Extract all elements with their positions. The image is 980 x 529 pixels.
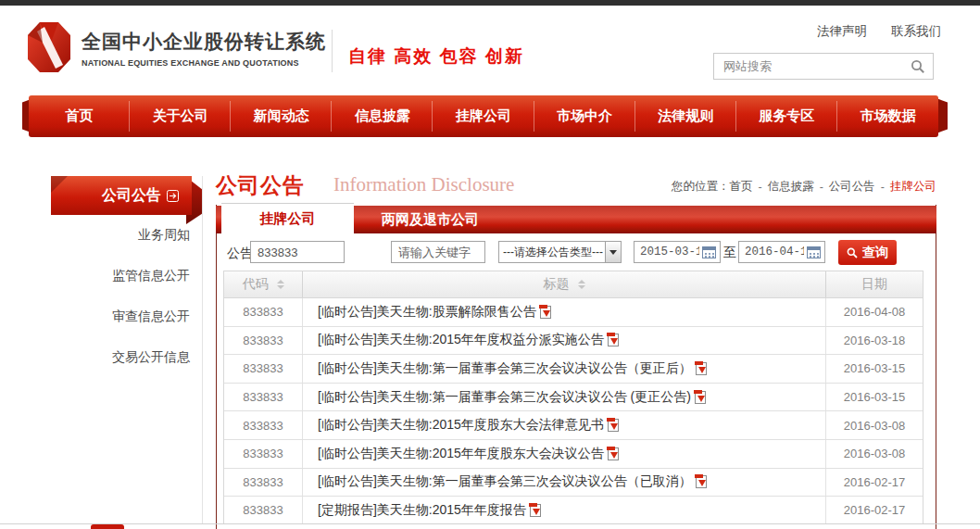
cell-date: 2016-03-18 bbox=[826, 327, 923, 355]
pdf-icon[interactable] bbox=[530, 504, 541, 517]
nav-item-信息披露[interactable]: 信息披露 bbox=[332, 95, 433, 137]
table-row: 833833[临时公告]美天生物:第一届董事会第三次会议决议公告（已取消）201… bbox=[224, 469, 923, 498]
pdf-icon[interactable] bbox=[696, 362, 707, 375]
cell-code: 833833 bbox=[224, 497, 303, 524]
site-search-input[interactable] bbox=[714, 59, 903, 73]
pdf-icon[interactable] bbox=[608, 447, 619, 460]
announcement-type-select[interactable]: ---请选择公告类型--- bbox=[498, 241, 622, 263]
nav-item-市场数据[interactable]: 市场数据 bbox=[837, 95, 938, 137]
breadcrumb-link[interactable]: 信息披露 bbox=[768, 179, 814, 195]
breadcrumb-separator: - bbox=[820, 181, 823, 194]
cell-code: 833833 bbox=[224, 298, 303, 326]
sidebar-divider bbox=[202, 176, 203, 524]
breadcrumb: 您的位置：首页-信息披露-公司公告-挂牌公司 bbox=[672, 179, 936, 195]
cell-date: 2016-03-15 bbox=[826, 384, 923, 411]
select-value: ---请选择公告类型--- bbox=[499, 245, 605, 260]
date-from-field bbox=[634, 241, 721, 263]
cell-date: 2016-03-08 bbox=[826, 440, 923, 468]
cell-title: [定期报告]美天生物:2015年年度报告 bbox=[303, 497, 826, 524]
sort-icon[interactable] bbox=[277, 280, 284, 289]
cell-code: 833833 bbox=[224, 411, 303, 439]
column-header-date: 日期 bbox=[826, 271, 923, 297]
stock-code-input[interactable] bbox=[250, 241, 345, 263]
tab-delisted-companies[interactable]: 两网及退市公司 bbox=[354, 206, 507, 233]
announcement-title-link[interactable]: [定期报告]美天生物:2015年年度报告 bbox=[318, 502, 526, 519]
nav-item-关于公司[interactable]: 关于公司 bbox=[130, 95, 231, 137]
cell-code: 833833 bbox=[224, 384, 303, 411]
breadcrumb-link[interactable]: 公司公告 bbox=[829, 179, 875, 195]
cell-code: 833833 bbox=[224, 469, 303, 497]
tab-listed-companies[interactable]: 挂牌公司 bbox=[221, 203, 354, 233]
site-search-box bbox=[713, 53, 934, 80]
cell-date: 2016-03-08 bbox=[826, 411, 923, 439]
nav-item-服务专区[interactable]: 服务专区 bbox=[736, 95, 837, 137]
sidebar-item[interactable]: 审查信息公开 bbox=[112, 309, 190, 325]
table-row: 833833[临时公告]美天生物:第一届董事会第三次会议决议公告（更正后）201… bbox=[224, 355, 923, 384]
logo-title-cn: 全国中小企业股份转让系统 bbox=[82, 29, 326, 55]
breadcrumb-current[interactable]: 挂牌公司 bbox=[890, 179, 936, 195]
pdf-icon[interactable] bbox=[608, 419, 619, 432]
pdf-icon[interactable] bbox=[540, 306, 551, 319]
sidebar-ribbon-partial bbox=[91, 524, 124, 529]
sidebar-item-company-announcements[interactable]: 公司公告 bbox=[51, 176, 192, 215]
nav-item-首页[interactable]: 首页 bbox=[29, 95, 130, 137]
sidebar-active-label: 公司公告 bbox=[102, 186, 161, 206]
announcement-title-link[interactable]: [临时公告]美天生物:第一届董事会第三次会议决议公告 (更正公告) bbox=[318, 389, 691, 406]
pdf-icon[interactable] bbox=[696, 475, 707, 488]
nav-item-新闻动态[interactable]: 新闻动态 bbox=[231, 95, 332, 137]
date-to-input[interactable] bbox=[745, 246, 804, 258]
date-to-field bbox=[738, 241, 825, 263]
nav-item-挂牌公司[interactable]: 挂牌公司 bbox=[433, 95, 534, 137]
cell-date: 2016-02-17 bbox=[826, 469, 923, 497]
announcement-title-link[interactable]: [临时公告]美天生物:股票解除限售公告 bbox=[318, 304, 536, 321]
nav-item-法律规则[interactable]: 法律规则 bbox=[635, 95, 736, 137]
cell-title: [临时公告]美天生物:第一届董事会第三次会议决议公告（已取消） bbox=[303, 469, 826, 497]
announcement-title-link[interactable]: [临时公告]美天生物:2015年年度股东大会决议公告 bbox=[318, 446, 604, 462]
sidebar-item[interactable]: 交易公开信息 bbox=[112, 349, 190, 366]
table-row: 833833[临时公告]美天生物:2015年年度股东大会决议公告2016-03-… bbox=[224, 440, 923, 469]
announcement-title-link[interactable]: [临时公告]美天生物:2015年度股东大会法律意见书 bbox=[318, 417, 604, 434]
sidebar-item[interactable]: 监管信息公开 bbox=[112, 268, 190, 284]
page: 全国中小企业股份转让系统 NATIONAL EQUITIES EXCHANGE … bbox=[0, 0, 980, 529]
cell-title: [临时公告]美天生物:第一届董事会第三次会议决议公告 (更正公告) bbox=[303, 384, 826, 411]
cell-title: [临时公告]美天生物:2015年年度股东大会决议公告 bbox=[303, 440, 826, 468]
search-icon[interactable] bbox=[903, 54, 933, 79]
cell-date: 2016-02-17 bbox=[826, 497, 923, 524]
breadcrumb-separator: - bbox=[758, 181, 761, 194]
sidebar-menu: 业务周知监管信息公开审查信息公开交易公开信息 bbox=[51, 227, 190, 366]
header-links: 法律声明 联系我们 bbox=[817, 23, 941, 40]
cell-date: 2016-03-15 bbox=[826, 355, 923, 383]
keyword-input[interactable] bbox=[391, 241, 485, 263]
neeq-logo-icon[interactable] bbox=[28, 22, 70, 72]
cell-code: 833833 bbox=[224, 440, 303, 468]
sort-icon[interactable] bbox=[578, 280, 585, 289]
breadcrumb-link[interactable]: 首页 bbox=[729, 179, 752, 195]
announcement-title-link[interactable]: [临时公告]美天生物:第一届董事会第三次会议决议公告（已取消） bbox=[318, 473, 692, 490]
announcement-title-link[interactable]: [临时公告]美天生物:2015年年度权益分派实施公告 bbox=[318, 332, 604, 348]
column-header-code[interactable]: 代码 bbox=[224, 271, 303, 297]
date-from-input[interactable] bbox=[640, 246, 699, 258]
cell-title: [临时公告]美天生物:股票解除限售公告 bbox=[303, 298, 826, 326]
sidebar-item[interactable]: 业务周知 bbox=[138, 227, 190, 244]
header-divider bbox=[332, 30, 333, 72]
chevron-down-icon[interactable] bbox=[605, 242, 621, 262]
calendar-icon[interactable] bbox=[807, 246, 821, 258]
logo-text: 全国中小企业股份转让系统 NATIONAL EQUITIES EXCHANGE … bbox=[82, 29, 326, 68]
main-nav: 首页关于公司新闻动态信息披露挂牌公司市场中介法律规则服务专区市场数据 bbox=[29, 95, 938, 137]
nav-item-市场中介[interactable]: 市场中介 bbox=[534, 95, 635, 137]
pdf-icon[interactable] bbox=[695, 391, 706, 404]
query-button[interactable]: 查询 bbox=[838, 240, 897, 265]
calendar-icon[interactable] bbox=[702, 246, 716, 258]
legal-notice-link[interactable]: 法律声明 bbox=[817, 23, 867, 40]
breadcrumb-prefix: 您的位置： bbox=[672, 179, 730, 195]
announcement-title-link[interactable]: [临时公告]美天生物:第一届董事会第三次会议决议公告（更正后） bbox=[318, 360, 692, 377]
table-row: 833833[临时公告]美天生物:第一届董事会第三次会议决议公告 (更正公告)2… bbox=[224, 384, 923, 412]
column-header-title[interactable]: 标题 bbox=[303, 271, 826, 297]
cell-code: 833833 bbox=[224, 327, 303, 355]
cell-title: [临时公告]美天生物:2015年度股东大会法律意见书 bbox=[303, 411, 826, 439]
pdf-icon[interactable] bbox=[608, 334, 619, 346]
cell-date: 2016-04-08 bbox=[826, 298, 923, 326]
page-title: 公司公告 bbox=[216, 171, 305, 200]
contact-us-link[interactable]: 联系我们 bbox=[891, 23, 941, 40]
table-row: 833833[临时公告]美天生物:2015年年度权益分派实施公告2016-03-… bbox=[224, 327, 923, 356]
